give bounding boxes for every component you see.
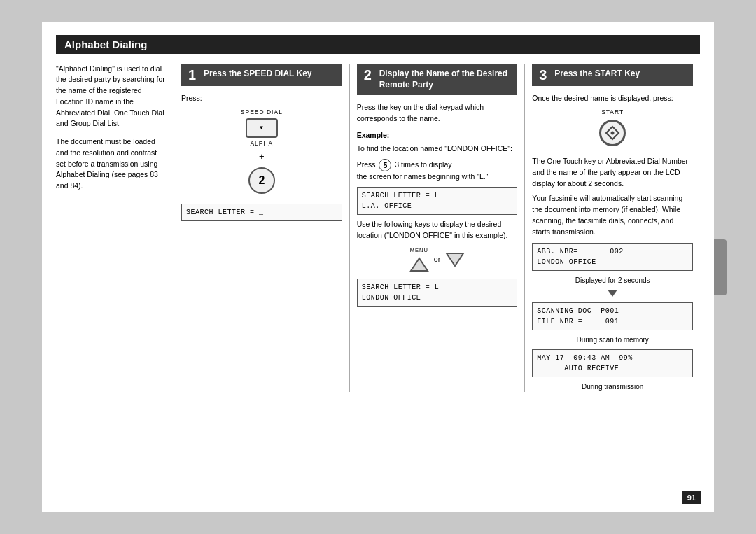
step-2-header: 2 Display the Name of the Desired Remote… (357, 64, 518, 96)
step-2-title: Display the Name of the Desired Remote P… (379, 68, 511, 92)
step-3-body3: Your facsimile will automatically start … (532, 193, 693, 237)
lcd-transmission: MAY-17 09:43 AM 99% AUTO RECEIVE (532, 349, 693, 377)
lcd1-caption: Displayed for 2 seconds (532, 275, 693, 286)
down-arrow-icon (444, 251, 465, 268)
step-2-number: 2 (364, 68, 375, 82)
use-keys-text: Use the following keys to display the de… (357, 219, 518, 241)
intro-column: "Alphabet Dialing" is used to dial the d… (56, 64, 174, 393)
intro-para1: "Alphabet Dialing" is used to dial the d… (56, 64, 167, 130)
step-3-number: 3 (539, 68, 550, 82)
lcd-final: SEARCH LETTER = L LONDON OFFICE (357, 279, 518, 307)
example-text: To find the location named "LONDON OFFIC… (357, 143, 518, 155)
page-number: 91 (682, 491, 701, 504)
lcd-after-5: SEARCH LETTER = L L.A. OFFICE (357, 187, 518, 215)
svg-marker-0 (411, 258, 428, 271)
right-tab (714, 239, 727, 295)
example-label: Example: (357, 130, 518, 141)
page: Alphabet Dialing "Alphabet Dialing" is u… (42, 22, 714, 512)
diamond-icon (605, 125, 620, 141)
start-key-area: START (532, 108, 693, 149)
step-3-header: 3 Press the START Key (532, 64, 693, 86)
lcd2-caption: During scan to memory (532, 335, 693, 345)
step-2-column: 2 Display the Name of the Desired Remote… (349, 64, 525, 393)
step-2-press-text: Press 5 3 times to display (357, 159, 518, 171)
up-arrow-icon (409, 256, 430, 273)
step-1-keys: SPEED DIAL ▼ ALPHA + 2 (181, 108, 342, 197)
lcd3-caption: During transmission (532, 381, 693, 392)
step-2-body: Press the key on the dial keypad which c… (357, 102, 518, 307)
menu-label: MENU (410, 246, 428, 254)
speed-dial-label: SPEED DIAL (241, 108, 283, 117)
step-3-column: 3 Press the START Key Once the desired n… (524, 64, 700, 393)
arrow-wrap: MENU or (357, 246, 518, 272)
step-1-body: Press: SPEED DIAL ▼ ALPHA + (181, 93, 342, 222)
plus-sign: + (259, 150, 265, 164)
lcd-scanning: SCANNING DOC P001 FILE NBR = 091 (532, 302, 693, 330)
svg-point-3 (611, 132, 615, 135)
lcd-abbr: ABB. NBR= 002 LONDON OFFICE (532, 243, 693, 271)
press-label-1: Press: (181, 93, 342, 104)
step-3-body1: Once the desired name is displayed, pres… (532, 93, 693, 104)
key-5-circle: 5 (379, 159, 391, 171)
steps-area: 1 Press the SPEED DIAL Key Press: SPEED … (174, 64, 700, 393)
num-2-label: 2 (258, 172, 265, 189)
svg-marker-1 (447, 253, 463, 266)
step-1-header: 1 Press the SPEED DIAL Key (181, 64, 342, 86)
step-2-body1: Press the key on the dial keypad which c… (357, 102, 518, 125)
speed-dial-key-icon: ▼ (259, 124, 265, 132)
speed-dial-key: ▼ (246, 118, 278, 138)
start-key-icon (599, 120, 626, 146)
step-3-body: Once the desired name is displayed, pres… (532, 93, 693, 393)
step-3-title: Press the START Key (554, 68, 640, 80)
step-1-title: Press the SPEED DIAL Key (204, 68, 312, 80)
speed-dial-key-wrap: SPEED DIAL ▼ ALPHA (241, 108, 283, 148)
press-word: Press (357, 160, 376, 169)
down-arrow-indicator (608, 290, 617, 297)
alpha-label: ALPHA (250, 139, 273, 148)
intro-para2: The document must be loaded and the reso… (56, 136, 167, 192)
start-label: START (601, 108, 624, 117)
screen-text: the screen for names beginning with "L." (357, 171, 518, 183)
times-text: 3 times to display (395, 160, 451, 169)
num-2-key: 2 (248, 167, 275, 194)
step-1-column: 1 Press the SPEED DIAL Key Press: SPEED … (174, 64, 349, 393)
step-3-body2: The One Touch key or Abbreviated Dial Nu… (532, 156, 693, 189)
lcd-initial: SEARCH LETTER = _ (181, 204, 342, 221)
page-title: Alphabet Dialing (56, 35, 700, 54)
menu-up-arrow-box: MENU (409, 246, 430, 272)
content-area: "Alphabet Dialing" is used to dial the d… (56, 64, 700, 393)
or-text: or (434, 254, 440, 265)
step-1-number: 1 (188, 68, 200, 82)
